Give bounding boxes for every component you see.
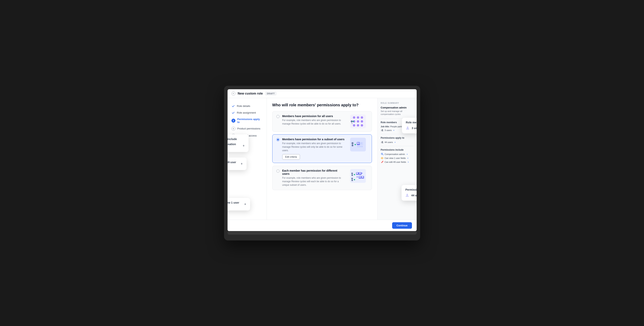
svg-point-30: [354, 179, 355, 180]
sidebar-label-role-details: Role details: [237, 104, 250, 108]
bottom-bar: Continue: [228, 220, 417, 231]
svg-point-42: [407, 126, 408, 128]
main-layout: Role details Role assignment 3 Permissio…: [228, 98, 417, 220]
float-permissions-apply-title: Permissions apply to: [406, 188, 417, 191]
svg-point-9: [361, 124, 363, 126]
option-title-all: Members have permission for all users: [282, 114, 346, 118]
summary-section-permissions-include: Permissions include: [381, 148, 414, 151]
summary-add-edit[interactable]: +: [408, 161, 409, 163]
check-icon: [232, 104, 235, 108]
summary-add-comp[interactable]: +: [406, 153, 408, 155]
summary-add-view[interactable]: +: [407, 157, 408, 159]
close-icon: ×: [233, 92, 234, 95]
content-area: Who will role members' permissions apply…: [267, 98, 378, 220]
illustration-subset-svg: [350, 138, 366, 152]
key-icon-summary: [381, 153, 384, 156]
job-title-label: Job title: People partner: [381, 125, 404, 128]
floating-permissions-apply: Permissions apply to 44 users +: [402, 185, 417, 201]
option-subset-users[interactable]: Members have permission for a subset of …: [272, 134, 372, 163]
svg-point-41: [362, 176, 363, 178]
laptop-bottom: [228, 232, 417, 234]
sidebar-item-role-details[interactable]: Role details: [228, 103, 266, 110]
float-plus-edit[interactable]: +: [241, 162, 242, 166]
summary-add-apply[interactable]: +: [394, 141, 396, 144]
svg-point-5: [357, 120, 359, 122]
svg-point-7: [353, 124, 355, 126]
sidebar-item-product-permissions[interactable]: 4 Product permissions: [228, 125, 266, 132]
svg-point-3: [361, 116, 363, 119]
users-icon-apply: [381, 141, 384, 144]
eye-icon-summary: [381, 157, 384, 160]
summary-member-count-text: 3 users: [385, 129, 392, 132]
float-users-icon: [406, 126, 410, 130]
illustration-different-svg: [350, 169, 366, 183]
sidebar-item-permissions-apply[interactable]: 3 Permissions apply to: [228, 116, 266, 125]
float-can-edit-label: Can edit 49 user fields: [228, 161, 238, 167]
draft-badge: DRAFT: [265, 92, 276, 95]
summary-apply-users: 44 users +: [381, 141, 414, 144]
option-illustration-different: [348, 169, 368, 183]
svg-point-32: [356, 172, 358, 174]
sidebar-label-role-assignment: Role assignment: [237, 111, 256, 114]
nav-num-3: 3: [232, 119, 236, 122]
float-role-members-count: 3 users: [412, 126, 417, 130]
float-permissions-include-title: Permissions include: [228, 138, 244, 141]
option-text-different: Each member has permission for different…: [282, 169, 346, 187]
svg-point-1: [353, 116, 355, 119]
illustration-all-svg: [350, 114, 366, 128]
svg-point-39: [359, 176, 360, 178]
svg-point-43: [406, 194, 408, 195]
summary-can-view: Can view 1 user fields +: [381, 157, 414, 160]
svg-point-10: [351, 120, 353, 122]
option-title-different: Each member has permission for different…: [282, 169, 346, 175]
svg-point-6: [361, 120, 363, 122]
page-title: New custom role: [238, 92, 263, 95]
svg-point-23: [361, 146, 363, 147]
svg-point-27: [351, 178, 353, 179]
summary-perm-comp-admin: Compensation admin: [385, 153, 405, 155]
option-different-users[interactable]: Each member has permission for different…: [272, 166, 372, 190]
floating-can-view: Can view 1 user fields +: [228, 198, 250, 210]
svg-point-37: [356, 176, 358, 178]
float-permissions-apply-item: 44 users +: [406, 193, 417, 198]
float-permissions-include-item: Compensation admin +: [228, 142, 244, 149]
edit-criteria-button[interactable]: Edit criteria: [282, 154, 300, 160]
option-all-users[interactable]: Members have permission for all users Fo…: [272, 111, 372, 132]
floating-permissions-include: Permissions include Compensation admin +: [228, 134, 248, 152]
float-plus-view[interactable]: +: [244, 202, 246, 206]
svg-rect-26: [352, 174, 353, 176]
radio-subset[interactable]: [276, 138, 280, 141]
option-desc-different: For example, role members who are given …: [282, 176, 346, 187]
float-can-view-label: Can view 1 user fields: [228, 201, 242, 207]
summary-compensation-admin: Compensation admin +: [381, 153, 414, 156]
summary-section-permissions-apply: Permissions apply to: [381, 136, 414, 139]
summary-divider-2: [381, 134, 414, 134]
laptop-screen: × New custom role DRAFT Role details: [228, 89, 417, 231]
radio-dot-different: [276, 170, 280, 172]
float-role-members-title: Role members: [406, 121, 417, 124]
summary-perm-view: Can view 1 user fields: [385, 157, 406, 159]
option-illustration-subset: [348, 138, 368, 152]
option-desc-subset: For example, role members who are given …: [282, 142, 346, 152]
radio-different[interactable]: [276, 170, 280, 172]
svg-point-8: [357, 124, 359, 126]
float-can-edit-item: Can edit 49 user fields +: [228, 161, 243, 167]
continue-button[interactable]: Continue: [392, 222, 412, 229]
svg-point-21: [357, 146, 359, 147]
close-button[interactable]: ×: [232, 92, 236, 96]
svg-point-35: [359, 172, 360, 174]
float-plus-include[interactable]: +: [243, 144, 244, 148]
sidebar-item-role-assignment[interactable]: Role assignment: [228, 110, 266, 116]
svg-point-25: [351, 172, 353, 174]
sidebar-label-product-permissions: Product permissions: [237, 127, 260, 130]
summary-can-edit: Can edit 49 user fields +: [381, 161, 414, 164]
floating-can-edit: Can edit 49 user fields +: [228, 158, 246, 170]
svg-point-22: [359, 146, 361, 147]
radio-dot-all: [276, 115, 280, 118]
edit-icon-summary: [381, 161, 384, 164]
radio-all[interactable]: [276, 115, 280, 118]
svg-rect-14: [352, 144, 353, 146]
summary-add-member[interactable]: +: [393, 129, 394, 132]
float-role-members-item: 3 users +: [406, 126, 417, 130]
float-apply-icon: [406, 193, 410, 198]
